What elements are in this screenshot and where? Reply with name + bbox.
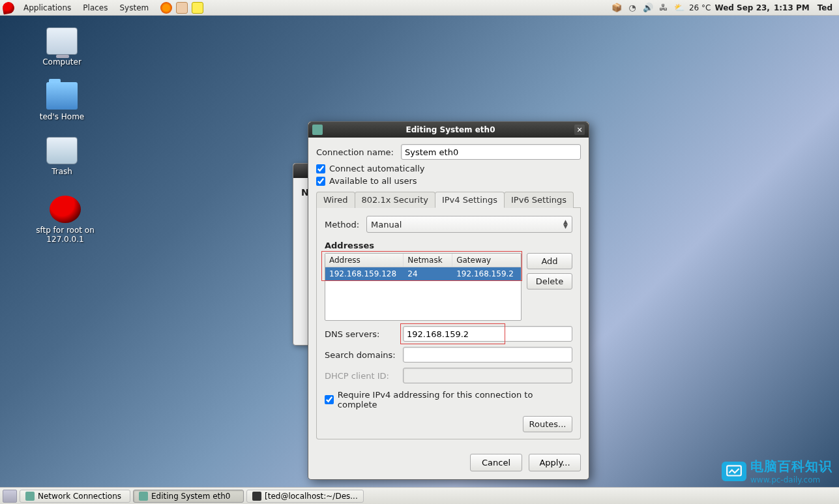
computer-icon bbox=[46, 27, 78, 55]
table-row[interactable]: 192.168.159.128 24 192.168.159.2 bbox=[325, 267, 521, 281]
launcher-icons bbox=[160, 2, 203, 14]
connection-name-label: Connection name: bbox=[316, 147, 396, 157]
menubar-left: Applications Places System bbox=[3, 1, 203, 14]
clock-date[interactable]: Wed Sep 23, bbox=[714, 3, 770, 12]
network-icon bbox=[312, 125, 323, 135]
search-domains-row: Search domains: bbox=[325, 347, 572, 363]
system-menu[interactable]: System bbox=[114, 1, 154, 14]
available-all-label: Available to all users bbox=[329, 176, 417, 186]
tab-wired[interactable]: Wired bbox=[316, 192, 355, 208]
dhcp-client-label: DHCP client ID: bbox=[325, 371, 398, 381]
connect-auto-label: Connect automatically bbox=[329, 164, 425, 173]
weather-icon[interactable]: ⛅ bbox=[673, 2, 685, 14]
search-domains-input[interactable] bbox=[403, 347, 572, 363]
network-tray-icon[interactable]: 🖧 bbox=[658, 2, 670, 14]
task-label: [ted@localhost:~/Des... bbox=[265, 492, 358, 501]
method-value: Manual bbox=[371, 220, 563, 230]
tab-ipv6[interactable]: IPv6 Settings bbox=[504, 192, 574, 208]
watermark-en: www.pc-daily.com bbox=[750, 475, 832, 484]
addresses-area: Address Netmask Gateway 192.168.159.128 … bbox=[325, 253, 572, 321]
package-icon[interactable]: 📦 bbox=[611, 2, 623, 14]
tab-security[interactable]: 802.1x Security bbox=[355, 192, 435, 208]
desktop-icon-label: Trash bbox=[26, 167, 98, 176]
task-editing-eth0[interactable]: Editing System eth0 bbox=[133, 490, 244, 503]
method-label: Method: bbox=[325, 220, 361, 230]
top-menubar: Applications Places System 📦 ◔ 🔊 🖧 ⛅ 26 … bbox=[0, 0, 839, 16]
network-icon bbox=[25, 492, 35, 501]
user-menu[interactable]: Ted bbox=[814, 3, 836, 12]
available-all-row: Available to all users bbox=[316, 176, 581, 186]
firefox-icon[interactable] bbox=[160, 2, 172, 14]
applications-menu[interactable]: Applications bbox=[18, 1, 76, 14]
redhat-logo-icon[interactable] bbox=[2, 1, 16, 14]
dns-label: DNS servers: bbox=[325, 329, 398, 339]
editing-connection-dialog: Editing System eth0 ✕ Connection name: C… bbox=[308, 121, 589, 480]
cancel-button[interactable]: Cancel bbox=[470, 454, 522, 471]
weather-temp[interactable]: 26 °C bbox=[689, 3, 711, 12]
cell-netmask[interactable]: 24 bbox=[404, 267, 452, 281]
addresses-table[interactable]: Address Netmask Gateway 192.168.159.128 … bbox=[325, 254, 521, 280]
connect-auto-checkbox[interactable] bbox=[316, 164, 325, 173]
task-terminal[interactable]: [ted@localhost:~/Des... bbox=[246, 490, 364, 503]
mail-icon[interactable] bbox=[176, 2, 188, 14]
method-combo[interactable]: Manual ▲▼ bbox=[366, 216, 572, 233]
routes-button[interactable]: Routes... bbox=[523, 416, 572, 432]
col-netmask[interactable]: Netmask bbox=[404, 254, 452, 267]
ipv4-panel: Method: Manual ▲▼ Addresses Address Netm… bbox=[316, 208, 581, 439]
desktop-icon-home[interactable]: ted's Home bbox=[26, 82, 98, 121]
col-gateway[interactable]: Gateway bbox=[452, 254, 521, 267]
terminal-icon bbox=[252, 492, 261, 501]
close-icon[interactable]: ✕ bbox=[574, 125, 585, 135]
dialog-title: Editing System eth0 bbox=[327, 125, 574, 134]
dhcp-client-row: DHCP client ID: bbox=[325, 368, 572, 383]
cpu-meter-icon[interactable]: ◔ bbox=[626, 2, 638, 14]
network-icon bbox=[139, 492, 148, 501]
col-address[interactable]: Address bbox=[325, 254, 404, 267]
desktop-icon-label: ted's Home bbox=[26, 112, 98, 121]
connection-name-input[interactable] bbox=[401, 144, 581, 160]
desktop-icon-computer[interactable]: Computer bbox=[26, 27, 98, 67]
cell-gateway[interactable]: 192.168.159.2 bbox=[452, 267, 521, 281]
task-label: Network Connections bbox=[38, 492, 121, 501]
task-network-connections[interactable]: Network Connections bbox=[20, 490, 130, 503]
trash-icon bbox=[46, 137, 78, 164]
dialog-footer: Cancel Apply... bbox=[308, 447, 589, 479]
menubar-right: 📦 ◔ 🔊 🖧 ⛅ 26 °C Wed Sep 23, 1:13 PM Ted bbox=[611, 2, 836, 14]
clock-time[interactable]: 1:13 PM bbox=[774, 3, 810, 12]
require-ipv4-label: Require IPv4 addressing for this connect… bbox=[338, 390, 572, 409]
dns-input[interactable] bbox=[403, 326, 572, 342]
cell-address[interactable]: 192.168.159.128 bbox=[325, 267, 404, 281]
desktop-icon-trash[interactable]: Trash bbox=[26, 137, 98, 176]
home-folder-icon bbox=[46, 82, 78, 110]
tabs: Wired 802.1x Security IPv4 Settings IPv6… bbox=[316, 191, 581, 208]
addresses-label: Addresses bbox=[325, 241, 572, 250]
add-button[interactable]: Add bbox=[527, 253, 572, 269]
bottom-taskbar: Network Connections Editing System eth0 … bbox=[0, 487, 839, 504]
desktop-icon-sftp[interactable]: sftp for root on 127.0.0.1 bbox=[26, 196, 104, 244]
dialog-titlebar[interactable]: Editing System eth0 ✕ bbox=[308, 122, 589, 138]
watermark-text: 电脑百科知识 www.pc-daily.com bbox=[750, 458, 832, 484]
require-ipv4-checkbox[interactable] bbox=[325, 395, 334, 404]
dhcp-client-input bbox=[403, 368, 572, 383]
volume-icon[interactable]: 🔊 bbox=[642, 2, 654, 14]
desktop-icon-label: Computer bbox=[26, 57, 98, 67]
routes-row: Routes... bbox=[325, 416, 572, 432]
available-all-checkbox[interactable] bbox=[316, 177, 325, 186]
show-desktop-button[interactable] bbox=[3, 490, 17, 503]
combo-arrows-icon: ▲▼ bbox=[563, 220, 568, 229]
redhat-sphere-icon bbox=[50, 196, 81, 223]
delete-button[interactable]: Delete bbox=[527, 273, 572, 289]
dialog-body: Connection name: Connect automatically A… bbox=[308, 138, 589, 447]
watermark: 电脑百科知识 www.pc-daily.com bbox=[722, 458, 832, 484]
apply-button[interactable]: Apply... bbox=[529, 454, 581, 471]
method-row: Method: Manual ▲▼ bbox=[325, 216, 572, 233]
connect-auto-row: Connect automatically bbox=[316, 164, 581, 173]
notes-icon[interactable] bbox=[192, 2, 203, 14]
places-menu[interactable]: Places bbox=[78, 1, 113, 14]
tab-ipv4[interactable]: IPv4 Settings bbox=[435, 192, 505, 208]
search-domains-label: Search domains: bbox=[325, 350, 398, 360]
connection-name-row: Connection name: bbox=[316, 144, 581, 160]
addresses-table-wrap: Address Netmask Gateway 192.168.159.128 … bbox=[325, 253, 522, 321]
svg-rect-0 bbox=[727, 466, 741, 475]
desktop-icon-label: sftp for root on 127.0.0.1 bbox=[26, 226, 104, 244]
